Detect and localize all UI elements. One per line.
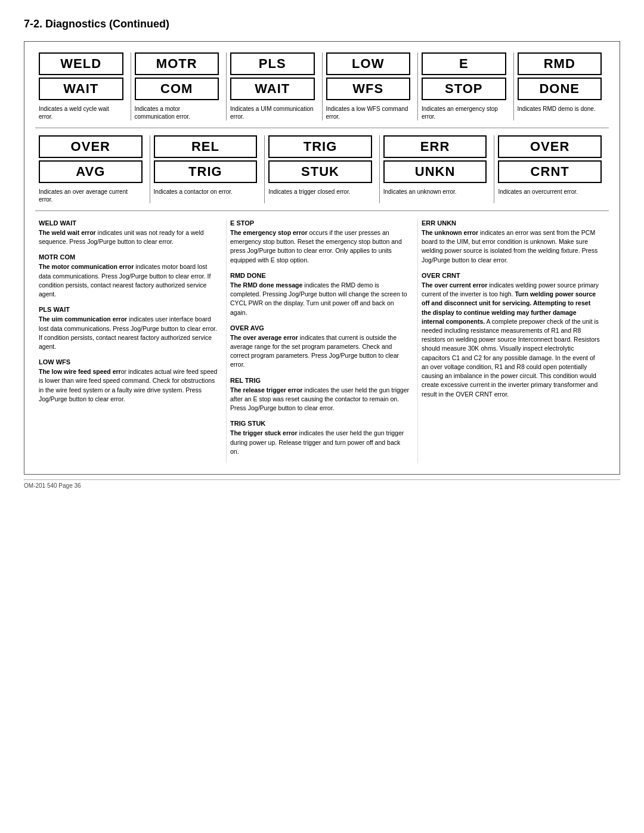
desc-title-low-wfs: LOW WFS bbox=[39, 358, 218, 366]
indicator-row-1: WELD WAIT Indicates a weld cycle wait er… bbox=[35, 52, 609, 128]
desc-title-over-crnt: OVER CRNT bbox=[422, 272, 600, 279]
indicator-cell-e-stop: E STOP Indicates an emergency stop error… bbox=[418, 52, 514, 120]
desc-text-rel-trig: The release trigger error indicates the … bbox=[230, 386, 409, 413]
indicator-label-rel-trig: Indicates a contactor on error. bbox=[154, 188, 233, 196]
desc-e-stop: E STOP The emergency stop error occurs i… bbox=[230, 219, 409, 265]
indicator-box-unkn: UNKN bbox=[383, 160, 487, 183]
desc-text-low-wfs: The low wire feed speed error indicates … bbox=[39, 367, 218, 404]
indicator-label-over-avg: Indicates an over average current error. bbox=[39, 188, 143, 203]
indicator-box-weld: WELD bbox=[39, 52, 123, 75]
desc-weld-wait: WELD WAIT The weld wait error indicates … bbox=[39, 219, 218, 246]
indicator-box-pls: PLS bbox=[230, 52, 315, 75]
indicator-box-e: E bbox=[422, 52, 506, 75]
indicator-label-pls-wait: Indicates a UIM communication error. bbox=[230, 105, 315, 120]
indicator-cell-over-avg: OVER AVG Indicates an over average curre… bbox=[35, 135, 150, 203]
desc-low-wfs: LOW WFS The low wire feed speed error in… bbox=[39, 358, 218, 404]
indicator-box-avg: AVG bbox=[39, 160, 143, 183]
desc-title-trig-stuk: TRIG STUK bbox=[230, 420, 409, 427]
indicator-box-trig: TRIG bbox=[268, 135, 372, 158]
page-title: 7-2. Diagnostics (Continued) bbox=[24, 18, 620, 30]
desc-over-crnt: OVER CRNT The over current error indicat… bbox=[422, 272, 600, 399]
desc-text-err-unkn: The unknown error indicates an error was… bbox=[422, 228, 600, 265]
indicator-box-com: COM bbox=[135, 78, 219, 100]
desc-col-3: ERR UNKN The unknown error indicates an … bbox=[418, 219, 609, 463]
desc-err-unkn: ERR UNKN The unknown error indicates an … bbox=[422, 219, 600, 265]
description-section: WELD WAIT The weld wait error indicates … bbox=[35, 219, 609, 474]
indicator-cell-trig-stuk: TRIG STUK Indicates a trigger closed err… bbox=[265, 135, 380, 203]
indicator-box-err: ERR bbox=[383, 135, 487, 158]
desc-text-over-avg: The over average error indicates that cu… bbox=[230, 333, 409, 370]
indicator-box-stuk: STUK bbox=[268, 160, 372, 183]
desc-pls-wait: PLS WAIT The uim communication error ind… bbox=[39, 306, 218, 351]
desc-text-trig-stuk: The trigger stuck error indicates the us… bbox=[230, 429, 409, 456]
indicator-cell-low-wfs: LOW WFS Indicates a low WFS command erro… bbox=[323, 52, 419, 120]
desc-over-avg: OVER AVG The over average error indicate… bbox=[230, 324, 409, 370]
indicator-cell-motr-com: MOTR COM Indicates a motor communication… bbox=[131, 52, 227, 120]
desc-title-weld-wait: WELD WAIT bbox=[39, 219, 218, 227]
page-footer: OM-201 540 Page 36 bbox=[24, 479, 620, 489]
desc-title-e-stop: E STOP bbox=[230, 219, 409, 227]
indicator-cell-weld-wait: WELD WAIT Indicates a weld cycle wait er… bbox=[35, 52, 131, 120]
indicator-box-over: OVER bbox=[39, 135, 143, 158]
indicator-box-over-2: OVER bbox=[498, 135, 602, 158]
indicator-box-low: LOW bbox=[326, 52, 411, 75]
indicator-box-pls-wait: WAIT bbox=[230, 78, 315, 100]
indicator-box-crnt: CRNT bbox=[498, 160, 602, 183]
desc-title-rmd-done: RMD DONE bbox=[230, 272, 409, 279]
desc-text-over-crnt: The over current error indicates welding… bbox=[422, 281, 600, 399]
indicator-cell-rel-trig: REL TRIG Indicates a contactor on error. bbox=[150, 135, 265, 203]
desc-rel-trig: REL TRIG The release trigger error indic… bbox=[230, 377, 409, 413]
indicator-row-2: OVER AVG Indicates an over average curre… bbox=[35, 135, 609, 211]
desc-title-rel-trig: REL TRIG bbox=[230, 377, 409, 384]
page-container: 7-2. Diagnostics (Continued) WELD WAIT I… bbox=[0, 0, 644, 507]
desc-title-err-unkn: ERR UNKN bbox=[422, 219, 600, 227]
indicator-label-err-unkn: Indicates an unknown error. bbox=[383, 188, 457, 196]
desc-text-rmd-done: The RMD done message indicates the RMD d… bbox=[230, 281, 409, 317]
desc-title-motr-com: MOTR COM bbox=[39, 253, 218, 261]
desc-rmd-done: RMD DONE The RMD done message indicates … bbox=[230, 272, 409, 317]
desc-motr-com: MOTR COM The motor communication error i… bbox=[39, 253, 218, 299]
indicator-label-over-crnt: Indicates an overcurrent error. bbox=[498, 188, 577, 196]
indicator-box-trig-2: TRIG bbox=[154, 160, 258, 183]
indicator-label-trig-stuk: Indicates a trigger closed error. bbox=[268, 188, 350, 196]
desc-col-2: E STOP The emergency stop error occurs i… bbox=[227, 219, 418, 463]
indicator-box-rmd: RMD bbox=[518, 52, 602, 75]
indicator-cell-pls-wait: PLS WAIT Indicates a UIM communication e… bbox=[227, 52, 323, 120]
desc-text-weld-wait: The weld wait error indicates unit was n… bbox=[39, 228, 218, 246]
indicator-cell-rmd-done: RMD DONE Indicates RMD demo is done. bbox=[514, 52, 609, 120]
indicator-box-stop: STOP bbox=[422, 78, 506, 100]
desc-title-pls-wait: PLS WAIT bbox=[39, 306, 218, 313]
indicator-label-weld-wait: Indicates a weld cycle wait error. bbox=[39, 105, 123, 120]
indicator-label-low-wfs: Indicates a low WFS command error. bbox=[326, 105, 411, 120]
indicator-box-wfs: WFS bbox=[326, 78, 411, 100]
desc-text-pls-wait: The uim communication error indicates us… bbox=[39, 315, 218, 351]
indicator-box-done: DONE bbox=[518, 78, 602, 100]
desc-text-e-stop: The emergency stop error occurs if the u… bbox=[230, 228, 409, 265]
desc-title-over-avg: OVER AVG bbox=[230, 324, 409, 332]
indicator-cell-over-crnt: OVER CRNT Indicates an overcurrent error… bbox=[494, 135, 609, 203]
indicator-box-rel: REL bbox=[154, 135, 258, 158]
desc-text-motr-com: The motor communication error indicates … bbox=[39, 262, 218, 299]
indicator-label-rmd-done: Indicates RMD demo is done. bbox=[518, 105, 596, 113]
desc-trig-stuk: TRIG STUK The trigger stuck error indica… bbox=[230, 420, 409, 456]
indicator-box-motr: MOTR bbox=[135, 52, 219, 75]
indicator-label-motr-com: Indicates a motor communication error. bbox=[135, 105, 219, 120]
desc-col-1: WELD WAIT The weld wait error indicates … bbox=[35, 219, 227, 463]
main-box: WELD WAIT Indicates a weld cycle wait er… bbox=[24, 41, 620, 475]
indicator-label-e-stop: Indicates an emergency stop error. bbox=[422, 105, 506, 120]
indicator-cell-err-unkn: ERR UNKN Indicates an unknown error. bbox=[380, 135, 495, 203]
indicator-box-wait: WAIT bbox=[39, 78, 123, 100]
